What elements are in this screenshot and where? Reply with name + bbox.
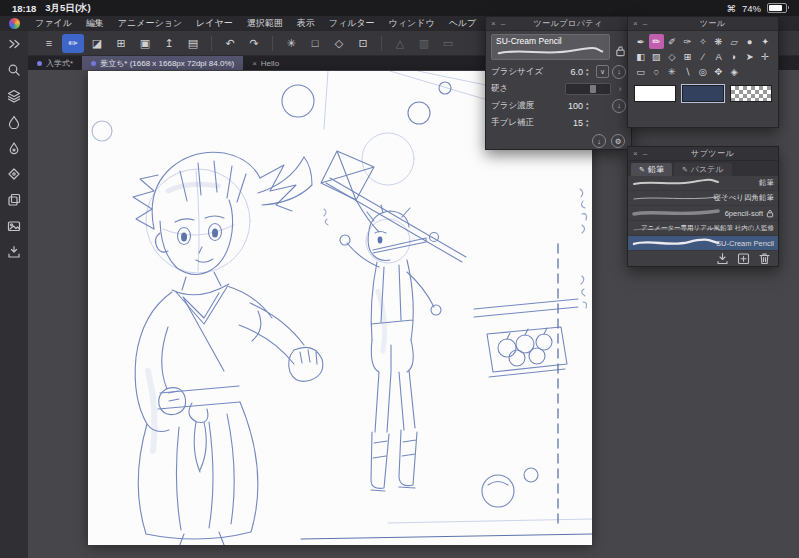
transparent-swatch[interactable] bbox=[730, 85, 772, 102]
slider-toggle-button[interactable]: ↓ bbox=[612, 99, 626, 113]
import-icon[interactable] bbox=[6, 244, 22, 259]
color-set-button[interactable]: ◪ bbox=[86, 34, 108, 53]
collapse-sidebar-icon[interactable] bbox=[6, 36, 22, 51]
export-button[interactable]: ↥ bbox=[158, 34, 180, 53]
auto-select-button[interactable]: ✳ bbox=[280, 34, 302, 53]
undo-button[interactable]: ↶ bbox=[219, 34, 241, 53]
save-default-button[interactable]: ↓ bbox=[592, 134, 606, 148]
redo-button[interactable]: ↷ bbox=[243, 34, 265, 53]
tool-operation[interactable]: ➤ bbox=[742, 49, 758, 64]
eraser-button[interactable]: ◇ bbox=[328, 34, 350, 53]
tool-text[interactable]: A bbox=[711, 49, 727, 64]
open-file-button[interactable]: ▣ bbox=[134, 34, 156, 53]
subtool-tab-pencil[interactable]: ✎ 鉛筆 bbox=[631, 163, 672, 176]
subtool-item-animator-real-pencil[interactable]: アニメーター専用リアル風鉛筆 社内の人監修 bbox=[628, 221, 778, 236]
minimize-panel-icon[interactable]: – bbox=[643, 149, 647, 158]
param-hardness[interactable]: 硬さ › bbox=[486, 80, 631, 97]
tool-liquify[interactable]: ✦ bbox=[757, 34, 773, 49]
tool-ruler[interactable]: ∕ bbox=[695, 49, 711, 64]
select-area-button[interactable]: □ bbox=[304, 34, 326, 53]
detail-settings-button[interactable]: ⚙ bbox=[611, 134, 625, 148]
menu-animation[interactable]: アニメーション bbox=[111, 17, 189, 30]
material-icon[interactable] bbox=[6, 166, 22, 181]
pencil-icon: ✎ bbox=[639, 166, 645, 174]
tab-document-2-active[interactable]: 葉立ち* (1668 x 1668px 72dpi 84.0%) bbox=[82, 56, 243, 70]
tool-select-rect[interactable]: ▭ bbox=[633, 64, 649, 79]
menu-selection[interactable]: 選択範囲 bbox=[240, 17, 290, 30]
close-panel-icon[interactable]: × bbox=[633, 19, 638, 28]
tool-pencil[interactable]: ✏ bbox=[649, 34, 665, 49]
current-subtool-box[interactable]: SU-Cream Pencil bbox=[491, 34, 610, 60]
tool-gradient[interactable]: ▨ bbox=[649, 49, 665, 64]
subtool-item-6pencil-soft[interactable]: 6pencil-soft bbox=[628, 206, 778, 221]
param-brush-size[interactable]: ブラシサイズ 6.0 ▴▾ ∨ ↓ bbox=[486, 63, 631, 80]
print-button[interactable]: ▤ bbox=[182, 34, 204, 53]
tool-auto-select[interactable]: ✳ bbox=[664, 64, 680, 79]
tool-marker[interactable]: ✐ bbox=[664, 34, 680, 49]
menu-filter[interactable]: フィルター bbox=[322, 17, 382, 30]
brush-tool-button[interactable]: ✏ bbox=[62, 34, 84, 53]
image-icon[interactable] bbox=[6, 218, 22, 233]
tool-pen[interactable]: ✒ bbox=[633, 34, 649, 49]
menu-window[interactable]: ウィンドウ bbox=[382, 17, 442, 30]
snap-curve-button[interactable]: ▥ bbox=[413, 34, 435, 53]
param-stabilization[interactable]: 手ブレ補正 15 ▴▾ bbox=[486, 114, 631, 131]
search-icon[interactable] bbox=[6, 62, 22, 77]
slider-toggle-button[interactable]: ↓ bbox=[612, 65, 626, 79]
tool-layer-move[interactable]: ✛ bbox=[757, 49, 773, 64]
tool-fill[interactable]: ◧ bbox=[633, 49, 649, 64]
subtool-item-su-cream-pencil[interactable]: SU-Cream Pencil bbox=[628, 236, 778, 251]
crop-button[interactable]: ⊡ bbox=[352, 34, 374, 53]
chevron-right-icon[interactable]: › bbox=[614, 84, 626, 94]
hardness-widget[interactable] bbox=[565, 83, 611, 95]
minimize-panel-icon[interactable]: – bbox=[501, 19, 505, 28]
sub-color-swatch[interactable] bbox=[682, 85, 724, 102]
value-stepper[interactable]: ▴▾ bbox=[586, 67, 593, 76]
download-subtool-icon[interactable] bbox=[716, 252, 729, 265]
clip-studio-logo-icon[interactable] bbox=[9, 18, 20, 29]
value-stepper[interactable]: ▴▾ bbox=[586, 101, 593, 110]
layer-stack-icon[interactable] bbox=[6, 88, 22, 103]
menu-view[interactable]: 表示 bbox=[290, 17, 322, 30]
subtool-item-pencil[interactable]: 鉛筆 bbox=[628, 176, 778, 191]
value-stepper[interactable]: ▴▾ bbox=[586, 118, 593, 127]
menu-help[interactable]: ヘルプ bbox=[442, 17, 484, 30]
menu-edit[interactable]: 編集 bbox=[79, 17, 111, 30]
delete-subtool-icon[interactable] bbox=[758, 252, 771, 265]
tool-eraser[interactable]: ▱ bbox=[726, 34, 742, 49]
close-panel-icon[interactable]: × bbox=[491, 19, 496, 28]
menu-layer[interactable]: レイヤー bbox=[189, 17, 240, 30]
ink-droplet-icon[interactable] bbox=[6, 114, 22, 129]
param-brush-density[interactable]: ブラシ濃度 100 ▴▾ ↓ bbox=[486, 97, 631, 114]
layers-alt-icon[interactable] bbox=[6, 192, 22, 207]
tool-decoration[interactable]: ❋ bbox=[711, 34, 727, 49]
tool-airbrush[interactable]: ✧ bbox=[695, 34, 711, 49]
paint-droplet-icon[interactable] bbox=[6, 140, 22, 155]
subtool-item-flat-square-pencil[interactable]: 寝そべり四角鉛筆 bbox=[628, 191, 778, 206]
menu-file[interactable]: ファイル bbox=[28, 17, 79, 30]
new-canvas-button[interactable]: ⊞ bbox=[110, 34, 132, 53]
close-panel-icon[interactable]: × bbox=[633, 149, 638, 158]
tab-document-3[interactable]: × Hello bbox=[243, 56, 288, 70]
snap-linear-button[interactable]: △ bbox=[389, 34, 411, 53]
tool-figure[interactable]: ◇ bbox=[664, 49, 680, 64]
add-subtool-icon[interactable] bbox=[737, 252, 750, 265]
tool-navigate[interactable]: ◈ bbox=[726, 64, 742, 79]
tool-zoom[interactable]: ◎ bbox=[695, 64, 711, 79]
unit-dropdown[interactable]: ∨ bbox=[596, 65, 609, 78]
tool-brush[interactable]: ✑ bbox=[680, 34, 696, 49]
tool-blend[interactable]: ● bbox=[742, 34, 758, 49]
tab-document-1[interactable]: 入学式* bbox=[28, 56, 82, 70]
tool-balloon[interactable]: ◗ bbox=[726, 49, 742, 64]
tool-hand[interactable]: ✥ bbox=[711, 64, 727, 79]
close-tab-icon[interactable]: × bbox=[252, 59, 257, 68]
tool-frame[interactable]: ⊞ bbox=[680, 49, 696, 64]
tool-eyedropper[interactable]: ∖ bbox=[680, 64, 696, 79]
subtool-tab-pastel[interactable]: ✎ パステル bbox=[674, 163, 732, 176]
tool-select-lasso[interactable]: ○ bbox=[649, 64, 665, 79]
minimize-panel-icon[interactable]: – bbox=[643, 19, 647, 28]
main-color-swatch[interactable] bbox=[634, 85, 676, 102]
main-menu-button[interactable]: ≡ bbox=[38, 34, 60, 53]
snap-ruler-button[interactable]: ▭ bbox=[437, 34, 459, 53]
clock: 18:18 bbox=[12, 3, 36, 14]
